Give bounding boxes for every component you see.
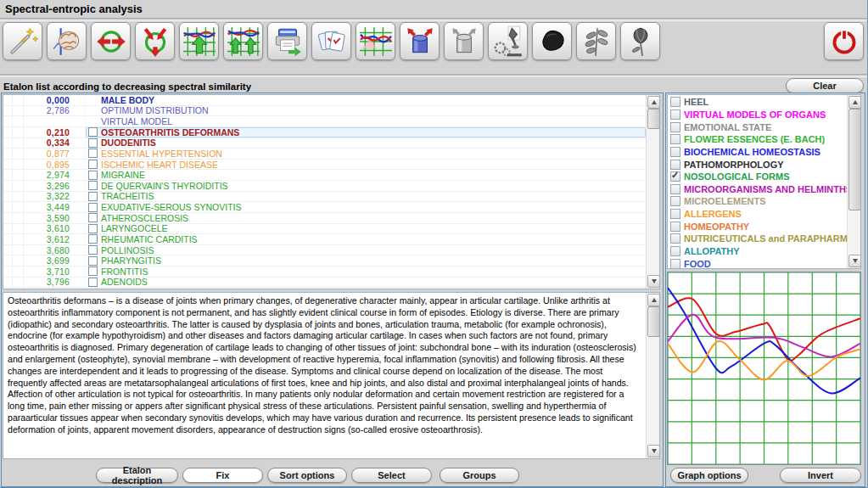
print-button[interactable] <box>267 22 307 60</box>
etalon-row-main[interactable]: DE QUERVAIN'S THYROIDITIS <box>86 181 646 191</box>
etalon-row[interactable]: 3,612 RHEUMATIC CARDITIS <box>3 234 646 245</box>
category-label[interactable]: ALLOPATHY <box>684 246 740 256</box>
etalon-row[interactable]: 2,786 OPTIMUM DISTRIBUTION <box>3 106 646 117</box>
etalon-checkbox[interactable] <box>88 138 98 148</box>
etalon-row[interactable]: VIRTUAL MODEL <box>3 116 646 127</box>
category-checkbox[interactable] <box>670 209 680 219</box>
etalon-row-main[interactable]: ADENOIDS <box>86 278 646 288</box>
category-checkbox[interactable] <box>670 147 680 157</box>
etalon-name[interactable]: EXUDATIVE-SEROUS SYNOVITIS <box>101 202 242 212</box>
etalon-checkbox[interactable] <box>88 245 98 255</box>
etalon-row[interactable]: 3,699 PHARYNGITIS <box>3 255 646 266</box>
etalon-row[interactable]: 3,796 ADENOIDS <box>3 278 646 289</box>
groups-button[interactable]: Groups <box>440 468 519 483</box>
etalon-row-main[interactable]: ISCHEMIC HEART DISEASE <box>86 160 646 170</box>
scroll-down-arrow[interactable] <box>848 255 861 267</box>
category-row[interactable]: MICROORGANISMS AND HELMINTHS <box>668 182 847 195</box>
etalon-row[interactable]: 3,710 FRONTITIS <box>3 266 646 278</box>
category-row[interactable]: PATHOMORPHOLOGY <box>668 158 847 171</box>
etalon-row-main[interactable]: FRONTITIS <box>86 266 646 277</box>
sort-options-button[interactable]: Sort options <box>267 468 347 483</box>
etalon-cards-button[interactable] <box>311 22 351 60</box>
etalon-name[interactable]: POLLINOSIS <box>101 245 154 255</box>
etalon-name[interactable]: MALE BODY <box>101 95 154 105</box>
split-compare-button[interactable] <box>135 22 175 60</box>
etalon-name[interactable]: ESSENTIAL HYPERTENSION <box>101 149 222 159</box>
category-label[interactable]: MICROELEMENTS <box>684 196 766 206</box>
clear-button[interactable]: Clear <box>786 78 864 93</box>
category-row[interactable]: VIRTUAL MODELS OF ORGANS <box>668 109 847 121</box>
etalon-name[interactable]: TRACHEITIS <box>101 191 154 201</box>
etalon-row[interactable]: 0,895 ISCHEMIC HEART DISEASE <box>3 160 646 171</box>
etalon-name[interactable]: DE QUERVAIN'S THYROIDITIS <box>101 181 228 191</box>
etalon-checkbox[interactable] <box>88 192 98 201</box>
scroll-up-arrow[interactable] <box>647 294 660 306</box>
flower-therapy-button[interactable] <box>620 22 660 60</box>
category-checkbox[interactable] <box>670 134 680 144</box>
scroll-up-arrow[interactable] <box>647 96 660 109</box>
category-checkbox[interactable] <box>670 222 680 232</box>
category-label[interactable]: MICROORGANISMS AND HELMINTHS <box>684 184 847 194</box>
scroll-down-arrow[interactable] <box>647 445 660 457</box>
etalon-name[interactable]: MIGRAINE <box>101 170 145 180</box>
scroll-down-arrow[interactable] <box>647 275 660 288</box>
etalon-row[interactable]: 2,974 MIGRAINE <box>3 170 646 181</box>
etalon-row[interactable]: 3,322 TRACHEITIS <box>3 192 646 203</box>
etalon-name[interactable]: OSTEOARTHRITIS DEFORMANS <box>101 127 239 137</box>
category-label[interactable]: BIOCHEMICAL HOMEOSTASIS <box>684 147 820 157</box>
category-label[interactable]: NOSOLOGICAL FORMS <box>684 171 789 182</box>
etalon-list-scrollbar[interactable] <box>646 95 659 289</box>
scroll-thumb[interactable] <box>848 109 861 210</box>
etalon-checkbox[interactable] <box>88 203 98 212</box>
etalon-row-main[interactable]: EXUDATIVE-SEROUS SYNOVITIS <box>86 202 646 212</box>
category-checkbox[interactable] <box>670 196 680 206</box>
container-empty-button[interactable] <box>444 22 484 60</box>
category-label[interactable]: HEEL <box>684 97 708 107</box>
etalon-row[interactable]: 3,590 ATHEROSCLEROSIS <box>3 213 646 224</box>
etalon-row[interactable]: 3,296 DE QUERVAIN'S THYROIDITIS <box>3 181 646 192</box>
etalon-checkbox[interactable] <box>88 224 98 233</box>
etalon-name[interactable]: FRONTITIS <box>101 266 148 277</box>
etalon-name[interactable]: OPTIMUM DISTRIBUTION <box>101 105 209 115</box>
magic-wand-button[interactable] <box>3 22 42 60</box>
etalon-row-main[interactable]: ESSENTIAL HYPERTENSION <box>86 149 646 159</box>
graph-options-button[interactable]: Graph options <box>670 468 748 483</box>
category-row[interactable]: HOMEOPATHY <box>668 220 847 233</box>
etalon-row-main[interactable]: PHARYNGITIS <box>86 255 646 266</box>
category-label[interactable]: EMOTIONAL STATE <box>684 122 771 132</box>
category-checkbox[interactable] <box>670 259 680 268</box>
category-row[interactable]: FLOWER ESSENCES (E. BACH) <box>668 133 847 146</box>
etalon-checkbox[interactable] <box>88 278 98 287</box>
fix-button[interactable]: Fix <box>182 468 263 483</box>
stone-lithotherapy-button[interactable] <box>532 22 572 60</box>
etalon-name[interactable]: VIRTUAL MODEL <box>101 116 172 126</box>
category-checkbox[interactable] <box>670 233 680 244</box>
category-checkbox[interactable] <box>670 171 680 182</box>
category-label[interactable]: FLOWER ESSENCES (E. BACH) <box>684 134 825 144</box>
etalon-name[interactable]: RHEUMATIC CARDITIS <box>101 234 198 244</box>
category-row[interactable]: ALLOPATHY <box>668 245 847 258</box>
etalon-checkbox[interactable] <box>88 234 98 244</box>
etalon-row-main[interactable]: OSTEOARTHRITIS DEFORMANS <box>86 127 646 137</box>
category-row[interactable]: BIOCHEMICAL HOMEOSTASIS <box>668 146 847 159</box>
etalon-checkbox[interactable] <box>88 256 98 266</box>
category-checkbox[interactable] <box>670 122 680 132</box>
etalon-row[interactable]: 0,000 MALE BODY <box>3 95 646 106</box>
category-checkbox[interactable] <box>670 184 680 194</box>
brain-model-button[interactable] <box>47 22 87 60</box>
category-checkbox[interactable] <box>670 160 680 170</box>
etalon-description-button[interactable]: Etalon description <box>96 468 178 483</box>
exchange-circulation-button[interactable] <box>91 22 131 60</box>
etalon-row-main[interactable]: TRACHEITIS <box>86 192 646 202</box>
etalon-row-main[interactable]: POLLINOSIS <box>86 245 646 255</box>
scroll-up-arrow[interactable] <box>848 96 861 109</box>
scroll-thumb[interactable] <box>647 306 660 337</box>
etalon-row-main[interactable]: LARYNGOCELE <box>86 224 646 234</box>
category-row[interactable]: EMOTIONAL STATE <box>668 121 847 133</box>
chart-improve-button[interactable] <box>179 22 219 60</box>
etalon-checkbox[interactable] <box>88 213 98 222</box>
category-row[interactable]: ALLERGENS <box>668 208 847 221</box>
category-checkbox[interactable] <box>670 246 680 256</box>
category-row[interactable]: NUTRICEUTICALS and PARAPHARMACEUTICALS <box>668 233 847 245</box>
description-scrollbar[interactable] <box>646 293 659 458</box>
